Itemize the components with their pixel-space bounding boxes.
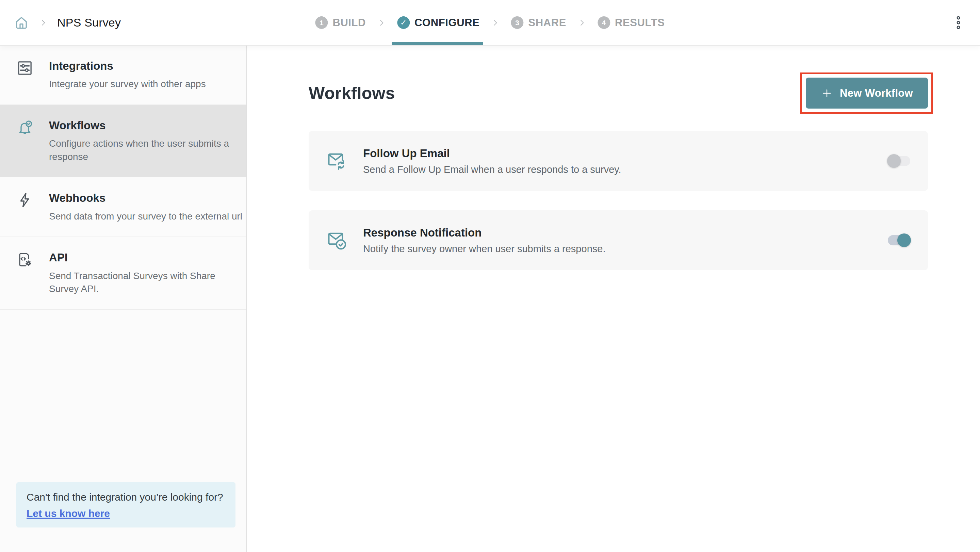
step-label: RESULTS — [615, 17, 665, 29]
sidebar-item-integrations[interactable]: Integrations Integrate your survey with … — [0, 45, 247, 105]
breadcrumb-title: NPS Survey — [57, 16, 121, 29]
workflow-description: Notify the survey owner when user submit… — [363, 243, 605, 255]
sidebar-item-title: Integrations — [49, 59, 206, 73]
sidebar-item-title: Workflows — [49, 118, 235, 132]
step-number: 3 — [511, 16, 524, 29]
home-button[interactable] — [14, 15, 29, 31]
email-refresh-icon — [326, 150, 348, 172]
sidebar: Integrations Integrate your survey with … — [0, 45, 247, 552]
step-separator-icon — [577, 0, 587, 45]
response-notification-toggle[interactable] — [888, 235, 910, 245]
sidebar-item-description: Send Transactional Surveys with Share Su… — [49, 270, 219, 296]
lightning-icon — [16, 192, 33, 208]
step-label: BUILD — [332, 17, 366, 29]
workflow-description: Send a Follow Up Email when a user respo… — [363, 164, 621, 175]
main-content: Workflows New Workflow — [247, 45, 980, 552]
code-document-gear-icon — [16, 251, 33, 268]
sliders-icon — [16, 60, 33, 76]
help-question: Can't find the integration you’re lookin… — [27, 490, 225, 504]
new-workflow-label: New Workflow — [840, 87, 913, 99]
app-header: NPS Survey 1 BUILD ✓ CONFIGURE 3 SHARE 4… — [0, 0, 980, 45]
step-label: SHARE — [528, 17, 566, 29]
step-separator-icon — [491, 0, 500, 45]
step-number: 4 — [598, 16, 610, 29]
workflow-list: Follow Up Email Send a Follow Up Email w… — [309, 131, 928, 270]
step-separator-icon — [377, 0, 386, 45]
new-workflow-button[interactable]: New Workflow — [806, 78, 928, 108]
home-icon — [14, 15, 29, 31]
step-check-icon: ✓ — [397, 16, 410, 29]
workflow-title: Response Notification — [363, 226, 605, 239]
let-us-know-link[interactable]: Let us know here — [27, 508, 110, 519]
step-label: CONFIGURE — [414, 17, 479, 29]
new-workflow-button-wrap: New Workflow — [806, 78, 928, 108]
more-options-button[interactable] — [956, 0, 961, 45]
sidebar-item-description: Integrate your survey with other apps — [49, 78, 206, 91]
sidebar-item-webhooks[interactable]: Webhooks Send data from your survey to t… — [0, 177, 247, 237]
page-title: Workflows — [309, 83, 395, 103]
workflow-card-response-notification[interactable]: Response Notification Notify the survey … — [309, 210, 928, 270]
toggle-knob — [897, 234, 911, 247]
sidebar-item-description: Configure actions when the user submits … — [49, 137, 235, 163]
main-header-row: Workflows New Workflow — [309, 78, 928, 108]
bell-check-icon — [16, 119, 33, 136]
step-build[interactable]: 1 BUILD — [315, 0, 366, 45]
sidebar-item-title: Webhooks — [49, 191, 242, 205]
step-results[interactable]: 4 RESULTS — [598, 0, 665, 45]
breadcrumb-chevron-icon — [38, 18, 48, 27]
plus-icon — [821, 87, 833, 99]
follow-up-email-toggle[interactable] — [888, 156, 910, 166]
step-share[interactable]: 3 SHARE — [511, 0, 566, 45]
sidebar-item-description: Send data from your survey to the extern… — [49, 210, 242, 223]
survey-stepper: 1 BUILD ✓ CONFIGURE 3 SHARE 4 RESULTS — [315, 0, 665, 45]
breadcrumb: NPS Survey — [14, 0, 121, 45]
sidebar-item-title: API — [49, 250, 219, 264]
kebab-menu-icon — [956, 15, 961, 30]
workflow-card-follow-up-email[interactable]: Follow Up Email Send a Follow Up Email w… — [309, 131, 928, 191]
email-check-icon — [326, 229, 348, 251]
toggle-knob — [887, 154, 901, 168]
sidebar-item-workflows[interactable]: Workflows Configure actions when the use… — [0, 105, 247, 178]
workflow-title: Follow Up Email — [363, 147, 621, 160]
step-configure[interactable]: ✓ CONFIGURE — [397, 0, 479, 45]
integration-help-box: Can't find the integration you’re lookin… — [16, 482, 235, 528]
step-number: 1 — [315, 16, 328, 29]
sidebar-item-api[interactable]: API Send Transactional Surveys with Shar… — [0, 237, 247, 310]
